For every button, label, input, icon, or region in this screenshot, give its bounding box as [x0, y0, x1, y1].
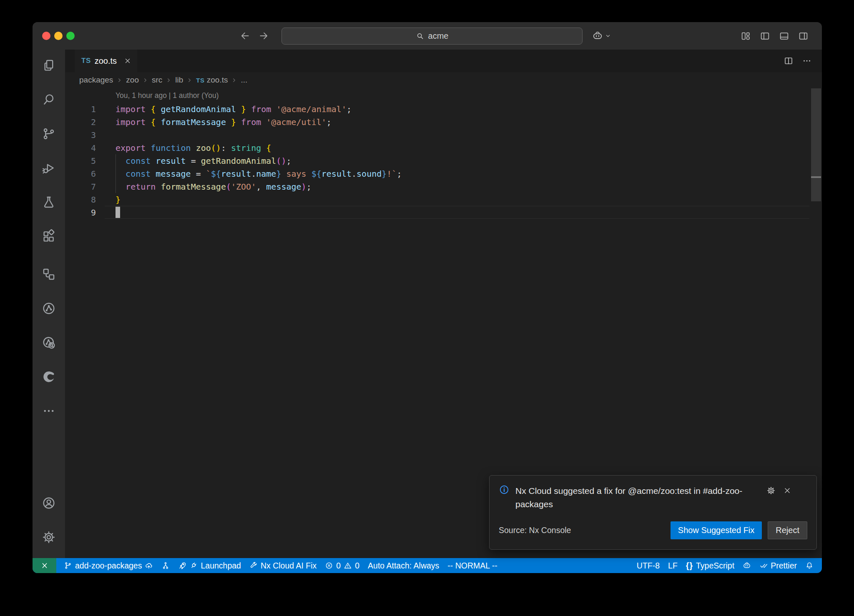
more-actions-icon[interactable] — [802, 56, 812, 66]
cloud-up-icon — [145, 561, 153, 570]
breadcrumb-item[interactable]: packages — [79, 75, 113, 85]
breadcrumb-more[interactable]: ... — [241, 75, 247, 85]
typescript-file-icon: TS — [196, 77, 204, 84]
tab-label: zoo.ts — [95, 56, 117, 66]
breadcrumb-item[interactable]: lib — [175, 75, 183, 85]
info-icon — [499, 484, 510, 495]
code-line-1[interactable]: 1import { getRandomAnimal } from '@acme/… — [65, 103, 822, 115]
chevron-down-icon — [605, 33, 611, 39]
breadcrumb-separator-icon — [231, 77, 237, 83]
notification-close-icon[interactable] — [783, 486, 791, 495]
code-line-2[interactable]: 2import { formatMessage } from '@acme/ut… — [65, 115, 822, 128]
line-number: 5 — [65, 156, 116, 166]
statusbar-eol[interactable]: LF — [664, 558, 682, 573]
statusbar-auto-attach[interactable]: Auto Attach: Always — [364, 558, 443, 573]
toggle-primary-sidebar-icon[interactable] — [760, 31, 770, 41]
status-bar: add-zoo-packagesLaunchpadNx Cloud AI Fix… — [33, 558, 822, 573]
activity-nx-cloud[interactable] — [39, 333, 59, 353]
reject-button[interactable]: Reject — [768, 521, 807, 539]
activity-nx-console[interactable] — [39, 298, 59, 318]
layout-controls — [741, 22, 809, 50]
breadcrumb-separator-icon — [186, 77, 193, 83]
statusbar-ports[interactable] — [157, 558, 174, 573]
back-arrow-icon[interactable] — [240, 30, 251, 41]
show-suggested-fix-button[interactable]: Show Suggested Fix — [671, 521, 762, 539]
plug-icon — [189, 561, 198, 570]
code-line-8[interactable]: 8} — [65, 193, 822, 206]
statusbar-nx-cloud-ai-fix[interactable]: Nx Cloud AI Fix — [245, 558, 321, 573]
code-line-6[interactable]: 6 const message = `${result.name} says $… — [65, 167, 822, 180]
breadcrumb-item[interactable]: src — [152, 75, 162, 85]
code-line-4[interactable]: 4export function zoo(): string { — [65, 141, 822, 154]
activity-accounts[interactable] — [39, 493, 59, 513]
testing-icon — [42, 195, 56, 209]
copilot-icon — [743, 561, 751, 570]
gitlens-blame-annotation[interactable]: You, 1 hour ago | 1 author (You) — [116, 91, 219, 100]
statusbar-notifications-bell[interactable] — [801, 558, 818, 573]
activity-source-control[interactable] — [39, 124, 59, 144]
activity-settings[interactable] — [39, 527, 59, 547]
copilot-menu[interactable] — [592, 22, 611, 50]
statusbar-problems[interactable]: 00 — [321, 558, 364, 573]
statusbar-vim-mode[interactable]: -- NORMAL -- — [443, 558, 502, 573]
code-lines: 1import { getRandomAnimal } from '@acme/… — [65, 103, 822, 219]
nx-cloud-icon — [42, 336, 56, 350]
statusbar-formatter[interactable]: Prettier — [755, 558, 801, 573]
activity-extensions[interactable] — [39, 226, 59, 246]
history-nav — [240, 22, 269, 50]
split-editor-icon[interactable] — [784, 56, 794, 66]
activity-search[interactable] — [39, 90, 59, 110]
activity-remote-explorer[interactable] — [39, 264, 59, 284]
bell-icon — [805, 561, 814, 570]
activity-more-views[interactable] — [39, 401, 59, 421]
code-line-5[interactable]: 5 const result = getRandomAnimal(); — [65, 154, 822, 167]
rocket-icon — [178, 561, 186, 570]
activity-explorer[interactable] — [39, 55, 59, 75]
statusbar-remote-indicator[interactable] — [33, 558, 56, 573]
branch-sb-icon — [64, 561, 72, 570]
code-line-7[interactable]: 7 return formatMessage('ZOO', message); — [65, 180, 822, 193]
remote-icon — [40, 561, 49, 570]
line-number: 1 — [65, 104, 116, 114]
extensions-icon — [42, 229, 56, 243]
tab-close-icon[interactable] — [124, 57, 131, 65]
code-line-3[interactable]: 3 — [65, 128, 822, 141]
statusbar-language-mode[interactable]: {}TypeScript — [682, 558, 738, 573]
statusbar-copilot-status[interactable] — [738, 558, 755, 573]
breadcrumb: packageszoosrclibTS zoo.ts... — [65, 72, 822, 88]
statusbar-git-branch[interactable]: add-zoo-packages — [60, 558, 157, 573]
tab-zoo-ts[interactable]: TS zoo.ts — [75, 50, 137, 72]
search-icon — [416, 32, 424, 40]
command-center-search[interactable]: acme — [281, 28, 583, 45]
breadcrumb-separator-icon — [116, 77, 123, 83]
activity-testing[interactable] — [39, 192, 59, 212]
breadcrumb-file[interactable]: TS zoo.ts — [196, 75, 228, 85]
scrollbar-slider[interactable] — [811, 88, 821, 201]
traffic-close-button[interactable] — [42, 32, 50, 40]
statusbar-encoding[interactable]: UTF-8 — [633, 558, 664, 573]
activity-bottom — [39, 493, 59, 547]
overview-ruler-cursor-mark — [811, 176, 821, 178]
remote-explorer-icon — [42, 267, 56, 281]
copilot-icon — [592, 30, 603, 41]
traffic-zoom-button[interactable] — [66, 32, 75, 40]
notification-settings-icon[interactable] — [766, 486, 776, 495]
more-views-icon — [42, 404, 56, 418]
customize-layout-icon[interactable] — [741, 31, 751, 41]
editor-actions — [784, 50, 822, 72]
statusbar-launchpad[interactable]: Launchpad — [174, 558, 245, 573]
current-line-highlight — [105, 206, 809, 219]
titlebar: acme — [33, 22, 822, 50]
wrench-icon — [249, 561, 258, 570]
source-control-icon — [42, 127, 56, 141]
toggle-panel-icon[interactable] — [779, 31, 789, 41]
traffic-minimize-button[interactable] — [54, 32, 63, 40]
activity-run-debug[interactable] — [39, 158, 59, 178]
desktop-background: acme TS zoo.ts — [0, 0, 854, 616]
notification-message: Nx Cloud suggested a fix for @acme/zoo:t… — [515, 484, 757, 511]
toggle-secondary-sidebar-icon[interactable] — [798, 31, 809, 41]
activity-edge-browser[interactable] — [39, 367, 59, 387]
line-number: 2 — [65, 117, 116, 127]
breadcrumb-item[interactable]: zoo — [126, 75, 139, 85]
forward-arrow-icon[interactable] — [258, 30, 269, 41]
